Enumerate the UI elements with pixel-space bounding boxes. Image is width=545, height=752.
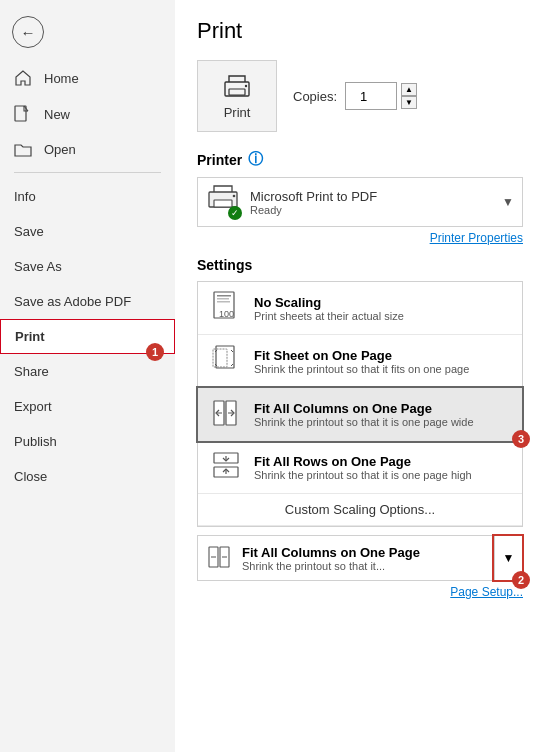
page-setup-link[interactable]: Page Setup... [197,585,523,599]
sidebar-item-print[interactable]: Print 1 [0,319,175,354]
sidebar-export-label: Export [14,399,52,414]
svg-rect-8 [217,295,231,297]
svg-rect-9 [217,298,229,300]
no-scaling-icon: 100 [208,290,244,326]
sidebar-item-save[interactable]: Save [0,214,175,249]
home-icon [14,69,34,87]
printer-icon [220,73,254,101]
bottom-dropdown-name: Fit All Columns on One Page [242,545,420,560]
printer-row[interactable]: ✓ Microsoft Print to PDF Ready ▼ [197,177,523,227]
bottom-dropdown-desc: Shrink the printout so that it... [242,560,420,572]
bottom-dropdown-content: Fit All Columns on One Page Shrink the p… [198,538,494,578]
sidebar-item-close[interactable]: Close [0,459,175,494]
setting-fit-columns-text: Fit All Columns on One Page Shrink the p… [254,401,512,428]
chevron-down-icon: ▼ [503,551,515,565]
printer-icon-area: ✓ [206,184,242,220]
sidebar-item-save-as[interactable]: Save As [0,249,175,284]
setting-no-scaling[interactable]: 100 No Scaling Print sheets at their act… [198,282,522,335]
sidebar-save-as-pdf-label: Save as Adobe PDF [14,294,131,309]
open-icon [14,141,34,157]
print-area: Print Copies: ▲ ▼ [197,60,523,132]
sidebar-publish-label: Publish [14,434,57,449]
bottom-fit-columns-icon [206,544,234,572]
main-content: Print Print Copies: ▲ ▼ Printer [175,0,545,752]
svg-point-6 [233,195,236,198]
sidebar-item-publish[interactable]: Publish [0,424,175,459]
svg-text:100: 100 [219,309,234,319]
setting-fit-sheet-text: Fit Sheet on One Page Shrink the printou… [254,348,512,375]
fit-rows-icon [208,449,244,485]
sidebar-divider [14,172,161,173]
printer-properties-link[interactable]: Printer Properties [197,231,523,245]
sidebar-info-label: Info [14,189,36,204]
sidebar-save-as-label: Save As [14,259,62,274]
back-button[interactable]: ← [12,16,44,48]
badge-3: 3 [512,430,530,448]
sidebar-close-label: Close [14,469,47,484]
settings-list: 100 No Scaling Print sheets at their act… [197,281,523,527]
copies-input[interactable] [345,82,397,110]
setting-fit-rows-text: Fit All Rows on One Page Shrink the prin… [254,454,512,481]
setting-fit-rows[interactable]: Fit All Rows on One Page Shrink the prin… [198,441,522,494]
setting-fit-columns[interactable]: Fit All Columns on One Page Shrink the p… [198,388,522,441]
svg-rect-5 [214,200,232,207]
sidebar-item-open[interactable]: Open [0,132,175,166]
sidebar-item-info[interactable]: Info [0,179,175,214]
sidebar: ← Home New Open Info [0,0,175,752]
printer-section-title: Printer ⓘ [197,150,523,169]
setting-fit-sheet[interactable]: Fit Sheet on One Page Shrink the printou… [198,335,522,388]
copies-label: Copies: [293,89,337,104]
copies-down-button[interactable]: ▼ [401,96,417,109]
bottom-scaling-dropdown: Fit All Columns on One Page Shrink the p… [197,535,523,581]
print-button-label: Print [224,105,251,120]
badge-1: 1 [146,343,164,361]
print-button[interactable]: Print [197,60,277,132]
copies-up-button[interactable]: ▲ [401,83,417,96]
info-icon[interactable]: ⓘ [248,150,263,169]
sidebar-item-new[interactable]: New [0,96,175,132]
printer-name: Microsoft Print to PDF [250,189,494,204]
sidebar-item-save-as-pdf[interactable]: Save as Adobe PDF [0,284,175,319]
badge-2: 2 [512,571,530,589]
svg-rect-2 [229,89,245,95]
printer-ready-check: ✓ [228,206,242,220]
sidebar-item-home[interactable]: Home [0,60,175,96]
back-icon: ← [21,24,36,41]
fit-sheet-icon [208,343,244,379]
sidebar-home-label: Home [44,71,79,86]
new-icon [14,105,34,123]
printer-dropdown-arrow[interactable]: ▼ [502,195,514,209]
page-title: Print [197,18,523,44]
sidebar-print-label: Print [15,329,45,344]
printer-status: Ready [250,204,494,216]
copies-spinner: ▲ ▼ [401,83,417,109]
custom-scaling-option[interactable]: Custom Scaling Options... [198,494,522,526]
settings-section-title: Settings [197,257,523,273]
svg-rect-12 [216,346,234,368]
sidebar-open-label: Open [44,142,76,157]
sidebar-save-label: Save [14,224,44,239]
setting-no-scaling-text: No Scaling Print sheets at their actual … [254,295,512,322]
copies-area: Copies: ▲ ▼ [293,82,417,110]
fit-columns-icon [208,396,244,432]
svg-point-3 [245,84,247,86]
sidebar-share-label: Share [14,364,49,379]
printer-info: Microsoft Print to PDF Ready [250,189,494,216]
sidebar-new-label: New [44,107,70,122]
svg-rect-10 [217,301,230,303]
sidebar-item-export[interactable]: Export [0,389,175,424]
bottom-dropdown-text: Fit All Columns on One Page Shrink the p… [242,545,420,572]
